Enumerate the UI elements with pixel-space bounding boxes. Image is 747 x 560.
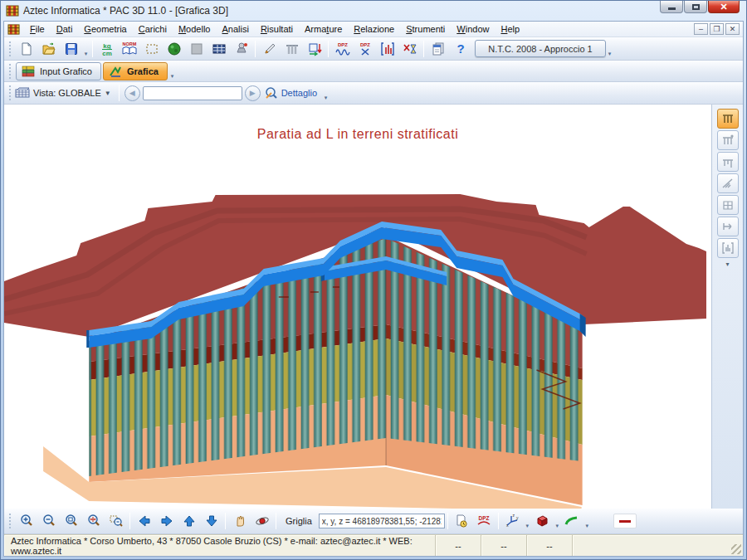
- mdi-close-button[interactable]: ✕: [725, 23, 740, 35]
- plan-view-button[interactable]: [304, 39, 325, 59]
- curve-tool-button[interactable]: [562, 511, 583, 531]
- help-button[interactable]: ?: [450, 39, 471, 59]
- maximize-button[interactable]: [684, 1, 707, 13]
- snapshot-button[interactable]: [452, 511, 472, 531]
- report-button[interactable]: [427, 39, 448, 59]
- selection-button[interactable]: [141, 39, 162, 59]
- chevron-down-icon[interactable]: ▼: [105, 90, 111, 97]
- zoom-window-button[interactable]: [105, 511, 126, 531]
- chevron-down-icon[interactable]: ▾: [82, 40, 90, 58]
- menu-file[interactable]: File: [24, 23, 51, 35]
- 3d-viewport[interactable]: Paratia ad L in terreni stratificati: [4, 105, 712, 509]
- slope-icon: [721, 177, 735, 190]
- chevron-down-icon[interactable]: ▾: [322, 84, 330, 102]
- tab-label: Input Grafico: [40, 66, 92, 76]
- menu-window[interactable]: Window: [451, 23, 495, 35]
- wall-button[interactable]: [208, 39, 229, 59]
- view-mode-3-button[interactable]: [717, 152, 739, 172]
- ntc-norm-button[interactable]: N.T.C. 2008 - Approccio 1: [475, 40, 606, 57]
- menu-strumenti[interactable]: Strumenti: [400, 23, 451, 35]
- chevron-down-icon[interactable]: ▾: [606, 40, 613, 58]
- verify-button[interactable]: [231, 39, 251, 59]
- pen-color-button[interactable]: [613, 514, 637, 528]
- resize-grip[interactable]: [731, 544, 741, 554]
- toolbar-grip[interactable]: [8, 514, 12, 528]
- save-icon: [64, 41, 79, 56]
- zoom-extents-button[interactable]: [83, 511, 104, 531]
- piles-button[interactable]: [281, 39, 302, 59]
- new-button[interactable]: [16, 39, 37, 59]
- view-forward-button[interactable]: ▶: [245, 85, 261, 101]
- chevron-down-icon[interactable]: ▾: [725, 261, 729, 268]
- status-bar: Aztec Informatica * Corso Umberto, 43 * …: [4, 534, 743, 556]
- menu-risultati[interactable]: Risultati: [255, 23, 299, 35]
- view-mode-diagram-button[interactable]: [717, 238, 739, 258]
- normative-button[interactable]: NORM: [119, 39, 139, 59]
- time-history-button[interactable]: [399, 39, 420, 59]
- menu-analisi[interactable]: Analisi: [216, 23, 254, 35]
- edit-button[interactable]: [259, 39, 280, 59]
- hand-icon: [232, 514, 247, 528]
- tab-grafica[interactable]: Grafica: [103, 62, 168, 80]
- open-button[interactable]: [38, 39, 59, 59]
- view-search-input[interactable]: [143, 86, 242, 100]
- pan-left-button[interactable]: [134, 511, 154, 531]
- chevron-down-icon[interactable]: ▾: [524, 512, 531, 530]
- close-icon: ✕: [720, 2, 727, 12]
- bottom-toolbar: Griglia DPZ zyx ▾ ▾ ▾: [4, 509, 743, 534]
- menu-armature[interactable]: Armature: [299, 23, 348, 35]
- axes-button[interactable]: zyx: [502, 511, 523, 531]
- app-icon: [6, 4, 19, 17]
- green-curve-icon: [564, 514, 579, 528]
- svg-text:kg: kg: [103, 42, 110, 50]
- mdi-minimize-button[interactable]: –: [694, 23, 708, 35]
- menu-modello[interactable]: Modello: [173, 23, 217, 35]
- orbit-tool-button[interactable]: [251, 511, 272, 531]
- toolbar-grip[interactable]: [8, 64, 12, 79]
- menu-relazione[interactable]: Relazione: [348, 23, 400, 35]
- pan-tool-button[interactable]: [229, 511, 250, 531]
- save-button[interactable]: [61, 39, 81, 59]
- pan-right-button[interactable]: [156, 511, 177, 531]
- diagram-button[interactable]: [377, 39, 398, 59]
- view-mode-anchor-button[interactable]: [717, 217, 739, 236]
- vista-selector[interactable]: Vista: GLOBALE: [33, 88, 101, 98]
- orbit-icon: [255, 514, 270, 528]
- dettaglio-label[interactable]: Dettaglio: [281, 88, 317, 98]
- units-button[interactable]: kg cm: [96, 39, 117, 59]
- close-button[interactable]: ✕: [708, 1, 740, 13]
- view-mode-slope-button[interactable]: [717, 173, 739, 193]
- toolbar-grip[interactable]: [8, 85, 12, 100]
- load-seismic-button[interactable]: DPZ: [332, 39, 353, 59]
- analysis-options-button[interactable]: DPZ: [354, 39, 375, 59]
- menu-carichi[interactable]: Carichi: [133, 23, 173, 35]
- zoom-out-button[interactable]: [38, 511, 59, 531]
- solid-view-button[interactable]: [532, 511, 553, 531]
- tab-input-grafico[interactable]: Input Grafico: [16, 62, 101, 80]
- grid-section-icon: [721, 198, 735, 212]
- chevron-down-icon[interactable]: ▾: [583, 512, 591, 530]
- menu-dati[interactable]: Dati: [51, 23, 79, 35]
- pan-down-button[interactable]: [201, 511, 222, 531]
- tab-bar: Input Grafico Grafica ▾: [4, 61, 743, 82]
- mdi-restore-button[interactable]: ❐: [710, 23, 724, 35]
- chevron-down-icon[interactable]: ▾: [168, 62, 176, 80]
- texture-button[interactable]: [186, 39, 207, 59]
- view-mode-grid-button[interactable]: [717, 195, 739, 215]
- toolbar-grip[interactable]: [8, 41, 12, 56]
- dettaglio-magnifier-icon[interactable]: [263, 85, 280, 100]
- griglia-button[interactable]: Griglia: [279, 516, 319, 526]
- view-mode-2-button[interactable]: [717, 130, 739, 150]
- dpz-button[interactable]: DPZ: [474, 511, 495, 531]
- zoom-in-button[interactable]: [16, 511, 37, 531]
- menu-geometria[interactable]: Geometria: [78, 23, 132, 35]
- red-cube-icon: [535, 514, 549, 528]
- zoom-page-button[interactable]: [61, 511, 81, 531]
- materials-button[interactable]: [164, 39, 184, 59]
- minimize-button[interactable]: [660, 1, 683, 13]
- menu-help[interactable]: Help: [495, 23, 525, 35]
- chevron-down-icon[interactable]: ▾: [554, 512, 561, 530]
- pan-up-button[interactable]: [178, 511, 199, 531]
- view-back-button[interactable]: ◀: [124, 85, 140, 101]
- view-mode-paratia-button[interactable]: [717, 109, 739, 129]
